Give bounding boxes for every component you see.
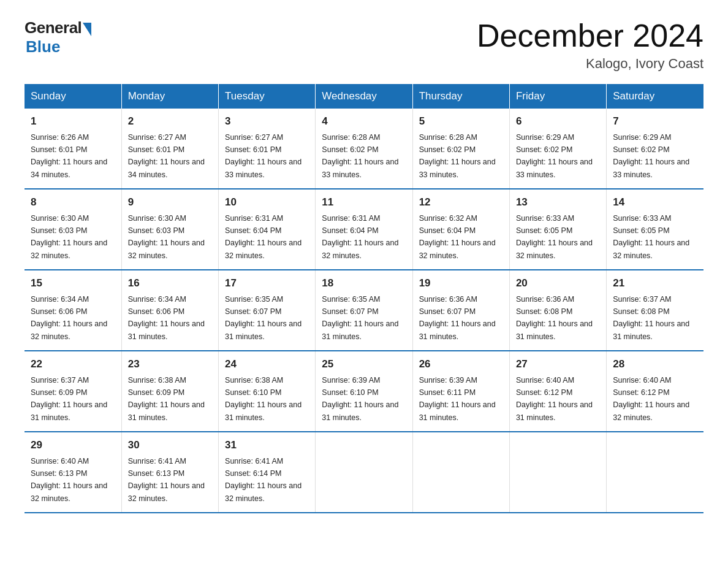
day-number: 31 (225, 437, 309, 453)
calendar-cell: 10Sunrise: 6:31 AMSunset: 6:04 PMDayligh… (219, 189, 316, 270)
calendar-cell: 16Sunrise: 6:34 AMSunset: 6:06 PMDayligh… (121, 270, 218, 351)
day-info: Sunrise: 6:29 AMSunset: 6:02 PMDaylight:… (613, 133, 689, 179)
calendar-cell: 5Sunrise: 6:28 AMSunset: 6:02 PMDaylight… (412, 109, 509, 189)
location-text: Kalogo, Ivory Coast (477, 56, 703, 72)
day-number: 8 (31, 194, 115, 210)
day-number: 29 (31, 437, 115, 453)
calendar-cell: 27Sunrise: 6:40 AMSunset: 6:12 PMDayligh… (509, 351, 606, 432)
day-info: Sunrise: 6:37 AMSunset: 6:09 PMDaylight:… (31, 376, 107, 422)
day-number: 20 (516, 275, 600, 291)
day-info: Sunrise: 6:28 AMSunset: 6:02 PMDaylight:… (322, 133, 398, 179)
calendar-cell: 30Sunrise: 6:41 AMSunset: 6:13 PMDayligh… (121, 432, 218, 513)
day-info: Sunrise: 6:36 AMSunset: 6:08 PMDaylight:… (516, 295, 593, 341)
day-number: 26 (419, 356, 503, 372)
day-info: Sunrise: 6:34 AMSunset: 6:06 PMDaylight:… (31, 295, 107, 341)
day-info: Sunrise: 6:29 AMSunset: 6:02 PMDaylight:… (516, 133, 593, 179)
day-number: 15 (31, 275, 115, 291)
day-number: 4 (322, 113, 406, 129)
page-header: General Blue December 2024 Kalogo, Ivory… (25, 18, 703, 72)
week-row-3: 15Sunrise: 6:34 AMSunset: 6:06 PMDayligh… (25, 270, 703, 351)
day-info: Sunrise: 6:27 AMSunset: 6:01 PMDaylight:… (128, 133, 205, 179)
day-number: 2 (128, 113, 212, 129)
calendar-cell: 29Sunrise: 6:40 AMSunset: 6:13 PMDayligh… (25, 432, 121, 513)
day-info: Sunrise: 6:39 AMSunset: 6:10 PMDaylight:… (322, 376, 398, 422)
day-info: Sunrise: 6:35 AMSunset: 6:07 PMDaylight:… (322, 295, 398, 341)
day-info: Sunrise: 6:31 AMSunset: 6:04 PMDaylight:… (322, 214, 398, 260)
calendar-table: SundayMondayTuesdayWednesdayThursdayFrid… (25, 84, 703, 513)
day-number: 6 (516, 113, 600, 129)
calendar-cell: 11Sunrise: 6:31 AMSunset: 6:04 PMDayligh… (316, 189, 412, 270)
day-number: 5 (419, 113, 503, 129)
day-info: Sunrise: 6:33 AMSunset: 6:05 PMDaylight:… (516, 214, 593, 260)
calendar-cell: 1Sunrise: 6:26 AMSunset: 6:01 PMDaylight… (25, 109, 121, 189)
day-info: Sunrise: 6:41 AMSunset: 6:13 PMDaylight:… (128, 457, 205, 503)
day-number: 24 (225, 356, 309, 372)
day-info: Sunrise: 6:37 AMSunset: 6:08 PMDaylight:… (613, 295, 689, 341)
day-info: Sunrise: 6:40 AMSunset: 6:12 PMDaylight:… (613, 376, 689, 422)
day-info: Sunrise: 6:41 AMSunset: 6:14 PMDaylight:… (225, 457, 301, 503)
calendar-cell: 9Sunrise: 6:30 AMSunset: 6:03 PMDaylight… (121, 189, 218, 270)
logo: General Blue (25, 18, 91, 56)
month-title: December 2024 (477, 18, 703, 53)
day-number: 3 (225, 113, 309, 129)
day-info: Sunrise: 6:35 AMSunset: 6:07 PMDaylight:… (225, 295, 301, 341)
calendar-cell: 8Sunrise: 6:30 AMSunset: 6:03 PMDaylight… (25, 189, 121, 270)
calendar-cell: 14Sunrise: 6:33 AMSunset: 6:05 PMDayligh… (607, 189, 703, 270)
day-info: Sunrise: 6:34 AMSunset: 6:06 PMDaylight:… (128, 295, 205, 341)
logo-triangle-icon (83, 23, 91, 36)
day-number: 21 (613, 275, 697, 291)
header-thursday: Thursday (412, 84, 509, 109)
day-number: 12 (419, 194, 503, 210)
week-row-2: 8Sunrise: 6:30 AMSunset: 6:03 PMDaylight… (25, 189, 703, 270)
day-number: 7 (613, 113, 697, 129)
calendar-cell: 28Sunrise: 6:40 AMSunset: 6:12 PMDayligh… (607, 351, 703, 432)
day-number: 23 (128, 356, 212, 372)
logo-blue-text: Blue (26, 37, 60, 56)
calendar-cell: 25Sunrise: 6:39 AMSunset: 6:10 PMDayligh… (316, 351, 412, 432)
day-number: 10 (225, 194, 309, 210)
day-number: 9 (128, 194, 212, 210)
calendar-cell: 3Sunrise: 6:27 AMSunset: 6:01 PMDaylight… (219, 109, 316, 189)
day-info: Sunrise: 6:30 AMSunset: 6:03 PMDaylight:… (31, 214, 107, 260)
day-number: 18 (322, 275, 406, 291)
day-number: 22 (31, 356, 115, 372)
calendar-cell: 26Sunrise: 6:39 AMSunset: 6:11 PMDayligh… (412, 351, 509, 432)
header-sunday: Sunday (25, 84, 121, 109)
day-info: Sunrise: 6:32 AMSunset: 6:04 PMDaylight:… (419, 214, 496, 260)
day-number: 30 (128, 437, 212, 453)
calendar-cell: 13Sunrise: 6:33 AMSunset: 6:05 PMDayligh… (509, 189, 606, 270)
day-info: Sunrise: 6:40 AMSunset: 6:13 PMDaylight:… (31, 457, 107, 503)
day-info: Sunrise: 6:28 AMSunset: 6:02 PMDaylight:… (419, 133, 496, 179)
calendar-cell: 21Sunrise: 6:37 AMSunset: 6:08 PMDayligh… (607, 270, 703, 351)
day-info: Sunrise: 6:40 AMSunset: 6:12 PMDaylight:… (516, 376, 593, 422)
header-friday: Friday (509, 84, 606, 109)
calendar-cell: 23Sunrise: 6:38 AMSunset: 6:09 PMDayligh… (121, 351, 218, 432)
day-number: 13 (516, 194, 600, 210)
day-info: Sunrise: 6:39 AMSunset: 6:11 PMDaylight:… (419, 376, 496, 422)
calendar-cell: 18Sunrise: 6:35 AMSunset: 6:07 PMDayligh… (316, 270, 412, 351)
day-number: 28 (613, 356, 697, 372)
day-info: Sunrise: 6:36 AMSunset: 6:07 PMDaylight:… (419, 295, 496, 341)
calendar-cell (412, 432, 509, 513)
day-number: 19 (419, 275, 503, 291)
day-info: Sunrise: 6:31 AMSunset: 6:04 PMDaylight:… (225, 214, 301, 260)
week-row-5: 29Sunrise: 6:40 AMSunset: 6:13 PMDayligh… (25, 432, 703, 513)
day-info: Sunrise: 6:38 AMSunset: 6:09 PMDaylight:… (128, 376, 205, 422)
header-wednesday: Wednesday (316, 84, 412, 109)
calendar-cell (316, 432, 412, 513)
calendar-cell: 19Sunrise: 6:36 AMSunset: 6:07 PMDayligh… (412, 270, 509, 351)
header-tuesday: Tuesday (219, 84, 316, 109)
day-info: Sunrise: 6:30 AMSunset: 6:03 PMDaylight:… (128, 214, 205, 260)
day-info: Sunrise: 6:27 AMSunset: 6:01 PMDaylight:… (225, 133, 301, 179)
calendar-cell: 17Sunrise: 6:35 AMSunset: 6:07 PMDayligh… (219, 270, 316, 351)
calendar-header-row: SundayMondayTuesdayWednesdayThursdayFrid… (25, 84, 703, 109)
day-number: 14 (613, 194, 697, 210)
calendar-cell: 7Sunrise: 6:29 AMSunset: 6:02 PMDaylight… (607, 109, 703, 189)
calendar-cell: 2Sunrise: 6:27 AMSunset: 6:01 PMDaylight… (121, 109, 218, 189)
calendar-cell: 15Sunrise: 6:34 AMSunset: 6:06 PMDayligh… (25, 270, 121, 351)
calendar-cell (509, 432, 606, 513)
day-number: 11 (322, 194, 406, 210)
day-number: 27 (516, 356, 600, 372)
day-number: 17 (225, 275, 309, 291)
calendar-cell: 24Sunrise: 6:38 AMSunset: 6:10 PMDayligh… (219, 351, 316, 432)
